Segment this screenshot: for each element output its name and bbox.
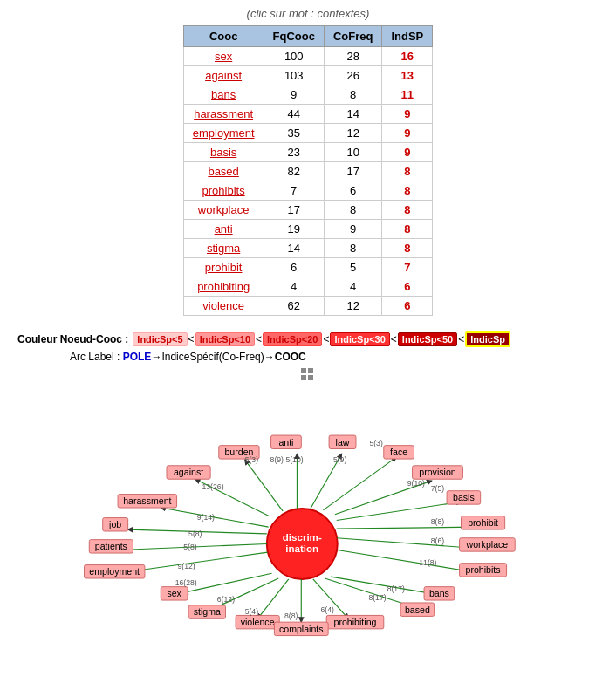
indsp-cell: 8: [382, 239, 433, 258]
node-complaints[interactable]: complaints: [279, 624, 324, 634]
indic-gt50-badge: IndicSp: [465, 331, 510, 347]
indic-lt50-badge: IndicSp<50: [398, 332, 457, 346]
network-graph-container: discrim- ination anti anti 8(9) 5(10) la…: [0, 413, 616, 649]
word-cell[interactable]: violence: [183, 297, 264, 316]
fqcooc-cell: 7: [264, 181, 324, 201]
svg-text:9(10): 9(10): [407, 479, 425, 488]
svg-text:8(9) 5(10): 8(9) 5(10): [270, 455, 304, 464]
cooccurrence-table-container: Cooc FqCooc CoFreq IndSP sex1002816again…: [0, 25, 616, 316]
word-cell[interactable]: prohibits: [183, 181, 264, 201]
cofreq-cell: 8: [324, 201, 382, 220]
indsp-cell: 6: [382, 277, 433, 297]
svg-text:11(8): 11(8): [419, 558, 436, 567]
svg-text:8(17): 8(17): [387, 584, 405, 593]
indsp-cell: 9: [382, 143, 433, 162]
svg-text:13(26): 13(26): [202, 482, 224, 491]
arc-indice: IndiceSpécif(Co-Freq): [161, 351, 264, 363]
svg-line-47: [130, 552, 268, 571]
cofreq-cell: 4: [324, 277, 382, 297]
cofreq-cell: 9: [324, 220, 382, 239]
table-row: based82178: [183, 162, 433, 181]
node-law[interactable]: law: [336, 437, 350, 447]
node-prohibiting[interactable]: prohibiting: [334, 617, 377, 627]
cofreq-cell: 6: [324, 181, 382, 201]
word-cell[interactable]: employment: [183, 124, 264, 143]
node-basis[interactable]: basis: [453, 492, 475, 502]
arc-arrow-1: →: [151, 351, 161, 363]
svg-line-29: [161, 508, 268, 527]
fqcooc-cell: 103: [264, 66, 324, 85]
node-patients[interactable]: patients: [95, 541, 127, 551]
arc-pole: POLE: [123, 351, 152, 363]
cofreq-cell: 12: [324, 124, 382, 143]
node-job[interactable]: job: [108, 519, 121, 529]
node-violence[interactable]: violence: [241, 617, 275, 627]
node-against[interactable]: against: [174, 467, 203, 477]
node-provision[interactable]: provision: [419, 467, 456, 477]
indic-lt30-badge: IndicSp<30: [330, 332, 389, 346]
indsp-cell: 16: [382, 47, 433, 66]
svg-rect-3: [308, 375, 313, 380]
fqcooc-cell: 17: [264, 201, 324, 220]
fqcooc-cell: 6: [264, 258, 324, 277]
center-node-discrimination[interactable]: discrim- ination: [267, 509, 338, 579]
word-cell[interactable]: bans: [183, 85, 264, 105]
word-cell[interactable]: based: [183, 162, 264, 181]
word-cell[interactable]: sex: [183, 47, 264, 66]
node-harassment[interactable]: harassment: [123, 495, 171, 506]
fqcooc-cell: 9: [264, 85, 324, 105]
word-cell[interactable]: prohibit: [183, 258, 264, 277]
col-header-indsp: IndSP: [382, 26, 433, 47]
table-row: prohibits768: [183, 181, 433, 201]
svg-text:7(5): 7(5): [431, 484, 445, 493]
fqcooc-cell: 44: [264, 105, 324, 124]
svg-line-44: [336, 550, 471, 571]
indsp-cell: 8: [382, 220, 433, 239]
indsp-cell: 7: [382, 258, 433, 277]
svg-text:8(6): 8(6): [431, 536, 445, 545]
node-face[interactable]: face: [390, 447, 407, 457]
svg-line-14: [323, 457, 396, 510]
node-sex[interactable]: sex: [167, 588, 181, 598]
word-cell[interactable]: anti: [183, 220, 264, 239]
node-employment[interactable]: employment: [89, 566, 140, 577]
cofreq-cell: 14: [324, 105, 382, 124]
node-prohibit[interactable]: prohibit: [468, 517, 498, 528]
node-prohibits[interactable]: prohibits: [466, 564, 501, 575]
word-cell[interactable]: basis: [183, 143, 264, 162]
word-cell[interactable]: workplace: [183, 201, 264, 220]
node-bans[interactable]: bans: [429, 588, 449, 598]
node-based[interactable]: based: [405, 605, 430, 615]
table-row: violence62126: [183, 297, 433, 316]
cofreq-cell: 8: [324, 239, 382, 258]
word-cell[interactable]: stigma: [183, 239, 264, 258]
col-header-fqcooc: FqCooc: [264, 26, 324, 47]
svg-text:8(8): 8(8): [284, 611, 298, 620]
table-row: anti1998: [183, 220, 433, 239]
lt-sep-3: <: [323, 333, 329, 345]
word-cell[interactable]: against: [183, 66, 264, 85]
node-stigma[interactable]: stigma: [194, 606, 221, 617]
fqcooc-cell: 82: [264, 162, 324, 181]
cofreq-cell: 12: [324, 297, 382, 316]
svg-text:5(8): 5(8): [188, 529, 202, 538]
col-header-cooc: Cooc: [183, 26, 264, 47]
indsp-cell: 8: [382, 162, 433, 181]
svg-text:9(12): 9(12): [178, 562, 195, 570]
node-workplace[interactable]: workplace: [466, 539, 509, 550]
svg-text:ination: ination: [285, 543, 318, 554]
arc-label-line: Arc Label : POLE → IndiceSpécif(Co-Freq)…: [70, 351, 599, 363]
indsp-cell: 8: [382, 201, 433, 220]
cofreq-cell: 5: [324, 258, 382, 277]
word-cell[interactable]: prohibiting: [183, 277, 264, 297]
cofreq-cell: 28: [324, 47, 382, 66]
fqcooc-cell: 23: [264, 143, 324, 162]
color-legend-label: Couleur Noeud-Cooc :: [17, 333, 128, 345]
svg-rect-0: [301, 368, 306, 373]
lt-sep-1: <: [188, 333, 195, 345]
svg-line-38: [337, 538, 473, 549]
table-row: against1032613: [183, 66, 433, 85]
table-row: employment35129: [183, 124, 433, 143]
svg-text:6(12): 6(12): [217, 595, 235, 604]
word-cell[interactable]: harassment: [183, 105, 264, 124]
